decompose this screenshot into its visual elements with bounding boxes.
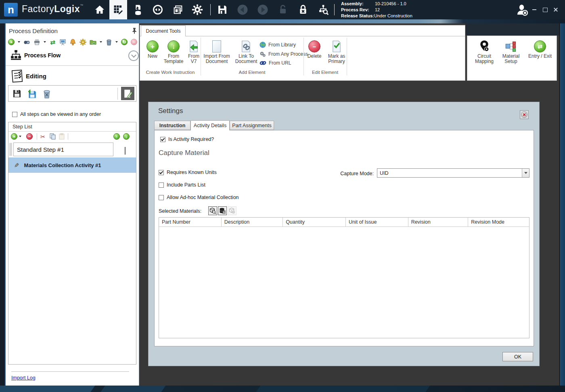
link-to-document-button[interactable]: Link To Document — [233, 39, 259, 64]
move-step-up-icon[interactable]: ↑ — [113, 133, 120, 140]
sync-icon[interactable] — [152, 4, 164, 16]
close-button[interactable] — [551, 6, 560, 14]
step-expand-chevron[interactable] — [125, 147, 126, 154]
include-parts-list-checkbox[interactable] — [159, 182, 164, 188]
tab-part-assignments[interactable]: Part Assignments — [230, 121, 274, 130]
user-logout-icon[interactable] — [515, 3, 529, 17]
recycle-bin-icon[interactable] — [105, 39, 112, 46]
process-audit-icon[interactable] — [317, 4, 329, 16]
delete-step-icon[interactable] — [40, 87, 53, 100]
tab-document-tools[interactable]: Document Tools — [141, 25, 186, 36]
scissors-glyph: ✂ — [40, 133, 46, 140]
recycle-dropdown-caret[interactable] — [115, 41, 118, 43]
tab-activity-details[interactable]: Activity Details — [190, 120, 230, 130]
import-data-icon[interactable] — [132, 4, 144, 16]
add-step-icon[interactable]: + — [11, 133, 17, 140]
remove-material-button[interactable] — [228, 206, 236, 215]
allow-adhoc-row: Allow Ad-hoc Material Collection — [159, 195, 239, 200]
process-settings-gear-icon[interactable] — [80, 39, 86, 46]
find-material-button[interactable] — [208, 206, 217, 215]
activity-required-checkbox[interactable] — [160, 137, 165, 142]
col-description[interactable]: Description — [222, 218, 283, 226]
collapse-process-flow-icon[interactable] — [128, 50, 139, 61]
presentation-icon[interactable] — [59, 39, 66, 46]
process-designer-icon[interactable] — [109, 0, 127, 19]
entry-exit-icon: ⇄ — [534, 40, 546, 52]
new-work-instruction-button[interactable]: + New — [143, 39, 162, 59]
col-quantity[interactable]: Quantity — [283, 218, 346, 226]
print-dropdown-caret[interactable] — [44, 41, 46, 43]
import-log-link[interactable]: Import Log — [11, 375, 36, 381]
delete-element-button[interactable]: − Delete — [305, 39, 324, 59]
from-url-button[interactable]: From URL — [259, 60, 291, 66]
process-flow-icon — [10, 49, 21, 61]
add-step-dropdown-caret[interactable] — [19, 136, 21, 137]
ok-button[interactable]: OK — [502, 352, 533, 361]
from-library-button[interactable]: From Library — [259, 42, 296, 48]
reorder-steps-icon[interactable]: ⇄ — [49, 39, 56, 46]
requires-known-units-checkbox[interactable] — [159, 170, 164, 175]
entry-exit-button[interactable]: ⇄ Entry / Exit — [525, 39, 555, 59]
maximize-button[interactable] — [541, 6, 550, 14]
alert-bell-icon[interactable] — [69, 39, 76, 46]
refresh-icon[interactable]: ↻ — [121, 39, 128, 45]
from-template-button[interactable]: ↓ From Template — [163, 39, 184, 64]
step-name-box[interactable]: Standard Step #1 — [13, 143, 113, 156]
pin-icon[interactable] — [132, 27, 137, 34]
process-flow-row[interactable]: Process Flow — [6, 48, 139, 63]
brand-name: FactoryLogix™ — [22, 4, 84, 15]
documents-icon[interactable] — [172, 4, 184, 16]
home-icon[interactable] — [94, 4, 106, 16]
save-icon[interactable] — [216, 4, 228, 16]
remove-icon[interactable]: − — [131, 39, 137, 45]
any-order-checkbox[interactable] — [12, 112, 17, 117]
minimize-button[interactable] — [530, 6, 539, 14]
circuit-mapping-button[interactable]: Circuit Mapping — [471, 39, 497, 64]
group-separator — [347, 38, 347, 75]
capture-mode-dropdown-icon[interactable] — [522, 169, 529, 177]
allow-adhoc-label: Allow Ad-hoc Material Collection — [167, 195, 239, 200]
remove-step-icon[interactable]: − — [26, 133, 33, 140]
edit-mode-button[interactable] — [121, 87, 134, 100]
activity-row-selected[interactable]: ✎ Materials Collection Activity #1 — [8, 157, 136, 173]
copy-icon[interactable] — [50, 133, 56, 140]
from-v7-button[interactable]: From V7 — [185, 39, 202, 64]
move-step-down-icon[interactable]: ↓ — [123, 133, 130, 140]
pencil-glyph: ✎ — [14, 162, 19, 169]
capture-mode-select[interactable]: UID — [377, 168, 529, 178]
col-part-number[interactable]: Part Number — [159, 218, 222, 226]
add-process-icon[interactable]: + — [8, 39, 15, 45]
back-icon[interactable] — [236, 4, 249, 16]
allow-adhoc-checkbox[interactable] — [159, 195, 164, 200]
from-any-process-icon — [259, 51, 266, 57]
col-revision[interactable]: Revision — [408, 218, 469, 226]
material-database-button[interactable] — [218, 206, 227, 215]
circuit-mapping-label: Circuit Mapping — [471, 54, 497, 64]
add-process-dropdown-caret[interactable] — [18, 41, 20, 43]
paste-icon[interactable] — [59, 133, 65, 140]
forward-icon[interactable] — [257, 4, 269, 16]
cut-icon[interactable]: ✂ — [40, 134, 46, 140]
save-step-icon[interactable] — [10, 87, 23, 100]
import-from-document-button[interactable]: Import From Document — [201, 39, 232, 64]
mark-as-primary-button[interactable]: Mark as Primary — [324, 39, 349, 64]
col-unit-of-issue[interactable]: Unit of Issue — [346, 218, 408, 226]
export-process-icon[interactable] — [90, 39, 96, 46]
material-setup-icon — [505, 39, 517, 54]
find-icon[interactable] — [23, 39, 30, 46]
tab-instruction[interactable]: Instruction — [154, 121, 190, 130]
from-any-process-button[interactable]: From Any Process — [259, 51, 308, 57]
release-status-value: Under Construction — [374, 13, 412, 18]
settings-gear-icon[interactable] — [191, 4, 203, 16]
settings-close-button[interactable]: ✕ — [520, 110, 529, 119]
step-list-panel: Step List + − ✂ ↑ ↓ Standard Step #1 — [8, 122, 136, 365]
export-dropdown-caret[interactable] — [100, 41, 102, 43]
lock-release-icon[interactable] — [297, 4, 309, 16]
unlock-icon[interactable] — [277, 4, 289, 16]
table-header-row: Part Number Description Quantity Unit of… — [159, 218, 529, 227]
print-icon[interactable] — [33, 39, 40, 46]
save-as-template-icon[interactable] — [25, 87, 38, 100]
step-drag-handle[interactable] — [9, 143, 12, 156]
material-setup-button[interactable]: Material Setup — [498, 39, 524, 64]
col-revision-mode[interactable]: Revision Mode — [468, 218, 529, 226]
